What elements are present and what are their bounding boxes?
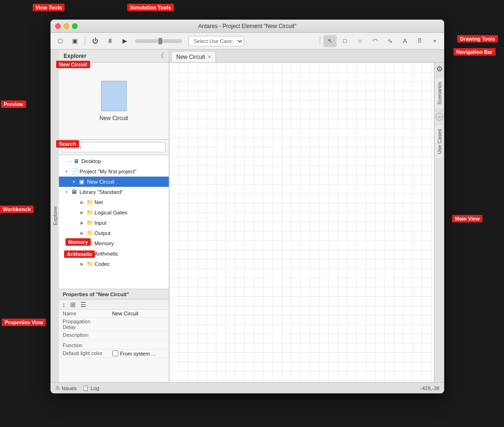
use-cases-radio[interactable]: ○ (436, 113, 443, 121)
speed-slider[interactable] (135, 39, 182, 43)
arc-tool-button[interactable]: ◠ (368, 35, 382, 47)
tree-icon-library: 🏛 (72, 189, 78, 195)
prop-value-color: From system ... (108, 349, 169, 357)
tab-close-button[interactable]: × (208, 54, 211, 60)
pause-button[interactable]: ⏸ (103, 35, 116, 47)
tree-label-codec: Codec (94, 261, 110, 267)
tree-item-new-circuit[interactable]: ▾ ▣ New Circuit (59, 177, 169, 187)
maximize-button[interactable] (72, 23, 78, 29)
issues-status[interactable]: ⚠ Issues (55, 385, 77, 391)
prop-key-function: Function (59, 342, 108, 349)
gear-icon[interactable]: ⚙ (436, 64, 443, 73)
prop-row-desc: Description (59, 331, 169, 339)
circle-tool-button[interactable]: ○ (353, 35, 367, 47)
tree-item-net[interactable]: ▶ 📁 Net (59, 197, 169, 207)
tree-arrow-new-circuit: ▾ (73, 179, 78, 184)
tree-label-new-circuit: New Circuit (87, 179, 115, 185)
tree-arrow-library: ▾ (65, 190, 70, 194)
view-tools-annotation: View Tools (33, 4, 65, 11)
search-annotation: Search (56, 140, 79, 148)
tree-arrow-output: ▶ (80, 231, 85, 235)
prop-row-delay: Propagation Delay (59, 318, 169, 331)
properties-panel: Properties of "New Circuit" ↕ ⊞ ☰ Name N… (59, 289, 169, 382)
right-sidebar: ⚙ Scenarios ○ Use Cases (434, 63, 444, 382)
use-cases-tab[interactable]: Use Cases (435, 125, 444, 158)
minimize-button[interactable] (64, 23, 69, 29)
canvas-grid (169, 63, 434, 382)
rect-tool-button[interactable]: □ (338, 35, 352, 47)
scenarios-tab[interactable]: Scenarios (435, 78, 444, 108)
toolbar-separator-1 (85, 36, 85, 46)
tree-icon-net: 📁 (86, 199, 93, 206)
from-system-checkbox[interactable] (112, 350, 118, 356)
tree-label-project: Project "My first project" (79, 169, 137, 174)
power-button[interactable]: ⏻ (88, 35, 101, 47)
prop-list-button[interactable]: ☰ (79, 301, 88, 308)
tree-item-library[interactable]: ▾ 🏛 Library "Standard" (59, 187, 169, 197)
tree-item-desktop[interactable]: — 🖥 Desktop (59, 156, 169, 166)
tree-icon-new-circuit: ▣ (79, 178, 86, 185)
canvas-area[interactable] (169, 63, 434, 382)
cursor-tool-button[interactable]: ↖ (324, 35, 337, 47)
prop-row-name: Name New Circuit (59, 310, 169, 318)
wave-tool-button[interactable]: ∿ (383, 35, 396, 47)
tree-item-project[interactable]: ▾ 📄 Project "My first project" (59, 166, 169, 177)
frame-view-button[interactable]: ▣ (68, 35, 81, 47)
tree-item-input[interactable]: ▶ 📁 Input (59, 218, 169, 228)
prop-sort-button[interactable]: ↕ (61, 301, 67, 308)
prop-grid-button[interactable]: ⊞ (69, 301, 77, 308)
prop-value-name: New Circuit (108, 310, 169, 318)
prop-row-function: Function (59, 342, 169, 349)
use-case-select[interactable]: Select Use Case: (188, 36, 244, 46)
simulation-tools-annotation: Simulation Tools (127, 4, 174, 11)
log-label: Log (91, 385, 99, 391)
grid-tool-button[interactable]: ⠿ (413, 35, 426, 47)
speed-slider-thumb[interactable] (158, 38, 162, 44)
center-panel: New Circuit × ⚙ Scenarios ○ Use (169, 50, 444, 382)
close-button[interactable] (55, 23, 61, 29)
content-area: Explorer Explorer 《 New Circuit (50, 50, 444, 382)
play-button[interactable]: ▶ (118, 35, 131, 47)
main-toolbar: ⬡ ▣ ⏻ ⏸ ▶ Select Use Case: ↖ □ ○ ◠ ∿ A (50, 33, 444, 50)
prop-value-delay (108, 318, 169, 331)
preview-thumbnail (101, 81, 127, 111)
memory-annotation: Memory (65, 238, 91, 246)
tree-arrow-input: ▶ (80, 221, 85, 225)
prop-key-desc: Description (59, 331, 108, 339)
tree-arrow-project: ▾ (65, 169, 70, 174)
main-and-sidebar: ⚙ Scenarios ○ Use Cases (169, 63, 444, 382)
tab-new-circuit[interactable]: New Circuit × (171, 51, 216, 62)
network-view-button[interactable]: ⬡ (53, 35, 66, 47)
prop-key-color: Default light color (59, 349, 108, 358)
log-status[interactable]: 📋 Log (82, 385, 99, 391)
drawing-tools-annotation: Drawing Tools (457, 35, 498, 43)
tab-label-new-circuit: New Circuit (176, 54, 205, 60)
add-tool-button[interactable]: + (428, 35, 441, 47)
tree-item-codec[interactable]: ▶ 📁 Codec (59, 259, 169, 269)
collapse-button[interactable]: 《 (158, 52, 164, 60)
preview-area: New Circuit (59, 63, 169, 140)
tree-label-memory: Memory (94, 241, 114, 246)
navigation-bar-annotation: Navigation Bar (454, 48, 496, 56)
tab-bar: New Circuit × (169, 50, 444, 63)
tree-item-logical-gates[interactable]: ▶ 📁 Logical Gates (59, 207, 169, 218)
text-tool-button[interactable]: A (398, 35, 411, 47)
issues-icon: ⚠ (55, 385, 60, 391)
tree-icon-desktop: 🖥 (73, 158, 80, 164)
main-view-annotation: Main View (452, 215, 482, 222)
tree-label-input: Input (94, 220, 107, 226)
from-system-label: From system ... (120, 351, 156, 356)
tree-arrow-logical-gates: ▶ (80, 210, 85, 215)
tree-arrow-codec: ▶ (80, 262, 85, 266)
tree-icon-input: 📁 (86, 220, 93, 226)
tree-area: — 🖥 Desktop ▾ 📄 Project "My first projec… (59, 155, 169, 289)
explorer-side-tab[interactable]: Explorer (50, 50, 59, 382)
prop-key-delay: Propagation Delay (59, 318, 108, 331)
window-title: Antares - Project Element "New Circuit" (198, 23, 296, 29)
tree-item-output[interactable]: ▶ 📁 Output (59, 228, 169, 238)
tree-arrow-net: ▶ (80, 200, 85, 205)
workbench-annotation: Workbench (0, 206, 34, 213)
preview-annotation: Preview (1, 100, 26, 108)
tree-icon-project: 📄 (72, 168, 78, 175)
prop-value-desc (108, 331, 169, 339)
